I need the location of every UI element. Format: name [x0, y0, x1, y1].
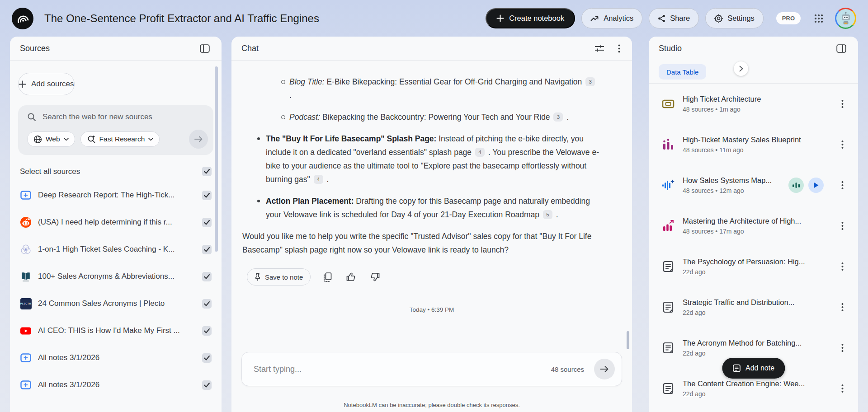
data-table-chip[interactable]: Data Table — [659, 64, 706, 80]
citation-chip[interactable]: 5 — [543, 210, 552, 219]
thumbs-up-icon[interactable] — [344, 271, 358, 283]
search-submit-button[interactable] — [189, 130, 208, 149]
fast-research-dropdown[interactable]: Fast Research — [80, 131, 160, 147]
book-icon — [20, 271, 32, 282]
chat-input[interactable] — [254, 365, 551, 374]
source-list-item[interactable]: Deep Research Report: The High-Tick... — [10, 182, 222, 209]
source-list-item[interactable]: 1-on-1 High Ticket Sales Coaching - K... — [10, 236, 222, 263]
web-chip-label: Web — [46, 135, 60, 143]
create-notebook-button[interactable]: Create notebook — [486, 8, 575, 28]
chat-text-segment: Would you like me to help you write the … — [242, 232, 591, 254]
chat-more-menu-icon[interactable] — [616, 42, 622, 55]
chat-text-segment: . — [554, 210, 558, 219]
interactive-mode-button[interactable] — [788, 178, 804, 193]
analytics-button[interactable]: Analytics — [581, 8, 642, 28]
notebooklm-note-icon — [20, 352, 32, 364]
studio-item-more-menu-icon[interactable] — [840, 261, 845, 273]
source-checkbox[interactable] — [202, 272, 212, 281]
studio-item-title: Strategic Traffic and Distribution... — [683, 298, 794, 307]
source-checkbox[interactable] — [202, 326, 212, 336]
google-apps-grid-icon[interactable] — [814, 14, 823, 23]
source-checkbox[interactable] — [202, 218, 212, 227]
studio-item-more-menu-icon[interactable] — [840, 342, 845, 354]
chat-text-segment: Action Plan Placement: — [266, 197, 354, 206]
venn-icon — [20, 243, 32, 255]
chat-message-area: Blog Title: E-Bike Bikepacking: Essentia… — [231, 61, 632, 257]
search-input[interactable] — [42, 112, 208, 122]
studio-item-more-menu-icon[interactable] — [840, 98, 845, 110]
citation-chip[interactable]: 4 — [314, 175, 323, 184]
source-checkbox[interactable] — [202, 245, 212, 254]
add-sources-button[interactable]: Add sources — [18, 73, 75, 95]
select-all-label: Select all sources — [20, 167, 202, 176]
source-list-item[interactable]: 100+ Sales Acronyms & Abbreviations... — [10, 263, 222, 290]
studio-list-item[interactable]: Strategic Traffic and Distribution... 22… — [649, 287, 858, 328]
chat-timestamp: Today • 6:39 PM — [231, 306, 632, 313]
gear-icon — [714, 14, 723, 23]
studio-list-item[interactable]: The Psychology of Persuasion: Hig... 22d… — [649, 246, 858, 287]
source-checkbox[interactable] — [202, 299, 212, 309]
chat-text-segment: Podcast: — [289, 112, 320, 122]
collapse-studio-panel-icon[interactable] — [835, 42, 848, 55]
studio-item-more-menu-icon[interactable] — [840, 383, 845, 395]
source-checkbox[interactable] — [202, 353, 212, 363]
source-checkbox[interactable] — [202, 191, 212, 200]
citation-chip[interactable]: 3 — [553, 112, 563, 122]
studio-item-more-menu-icon[interactable] — [840, 301, 845, 314]
studio-list-item[interactable]: How Sales Systems Map... 48 sources • 12… — [649, 165, 858, 206]
share-button[interactable]: Share — [649, 8, 699, 28]
note-icon — [660, 300, 676, 314]
source-list-item[interactable]: All notes 3/1/2026 — [10, 371, 222, 398]
studio-item-more-menu-icon[interactable] — [840, 220, 845, 232]
source-title: All notes 3/1/2026 — [38, 380, 196, 389]
audio-icon — [660, 178, 676, 192]
chat-settings-tune-icon[interactable] — [593, 42, 606, 54]
robot-avatar-image — [836, 9, 855, 28]
send-message-button[interactable] — [594, 359, 615, 379]
chat-scrollbar[interactable] — [627, 331, 629, 349]
notebooklm-logo-icon[interactable] — [12, 8, 33, 29]
play-audio-button[interactable] — [808, 178, 824, 193]
studio-item-more-menu-icon[interactable] — [840, 179, 845, 192]
copy-icon[interactable] — [321, 271, 334, 284]
source-list-item[interactable]: (USA) I need help determining if this r.… — [10, 209, 222, 236]
citation-chip[interactable]: 4 — [475, 148, 485, 157]
sources-list: Deep Research Report: The High-Tick... (… — [10, 182, 222, 398]
studio-item-meta: 48 sources • 1m ago — [683, 106, 761, 113]
collapse-sources-panel-icon[interactable] — [198, 42, 212, 55]
youtube-icon — [20, 325, 32, 337]
fast-research-label: Fast Research — [99, 135, 145, 143]
notebooklm-note-icon — [20, 379, 32, 391]
settings-button[interactable]: Settings — [705, 8, 764, 28]
source-list-item[interactable]: PLECTO 24 Common Sales Acronyms | Plecto — [10, 290, 222, 317]
sources-scrollbar[interactable] — [215, 66, 218, 252]
source-title: All notes 3/1/2026 — [38, 353, 196, 362]
studio-item-more-menu-icon[interactable] — [840, 139, 845, 151]
studio-list-item[interactable]: High Ticket Architecture 48 sources • 1m… — [649, 84, 858, 124]
chat-text-segment: . — [289, 91, 292, 100]
source-list-item[interactable]: AI CEO: THIS is How I'd Make My First ..… — [10, 317, 222, 344]
select-all-checkbox[interactable] — [202, 167, 212, 176]
add-note-button[interactable]: Add note — [722, 358, 785, 379]
chip-scroll-right-button[interactable] — [734, 61, 748, 76]
account-avatar[interactable] — [835, 8, 856, 29]
studio-item-title: The Content Creation Engine: Wee... — [683, 379, 805, 388]
chat-panel: Chat Blog Title: E-Bike Bikepacking: Ess… — [231, 37, 632, 412]
reddit-icon — [20, 216, 32, 228]
pin-icon — [255, 273, 261, 281]
source-checkbox[interactable] — [202, 380, 212, 390]
notebook-title[interactable]: The One-Sentence Profit Extractor and AI… — [44, 12, 319, 25]
chat-text-segment: . — [564, 112, 569, 122]
source-list-item[interactable]: All notes 3/1/2026 — [10, 344, 222, 371]
note-icon — [660, 341, 676, 355]
web-source-type-dropdown[interactable]: Web — [27, 131, 75, 147]
studio-item-meta: 22d ago — [683, 309, 794, 316]
source-title: AI CEO: THIS is How I'd Make My First ..… — [38, 326, 196, 335]
citation-chip[interactable]: 3 — [585, 77, 595, 86]
studio-list-item[interactable]: Mastering the Architecture of High... 48… — [649, 206, 858, 246]
studio-list-item[interactable]: High-Ticket Mastery Sales Blueprint 48 s… — [649, 124, 858, 165]
pro-badge: PRO — [776, 12, 801, 24]
thumbs-down-icon[interactable] — [368, 271, 382, 283]
save-to-note-button[interactable]: Save to note — [247, 268, 311, 286]
source-title: (USA) I need help determining if this r.… — [38, 218, 196, 227]
